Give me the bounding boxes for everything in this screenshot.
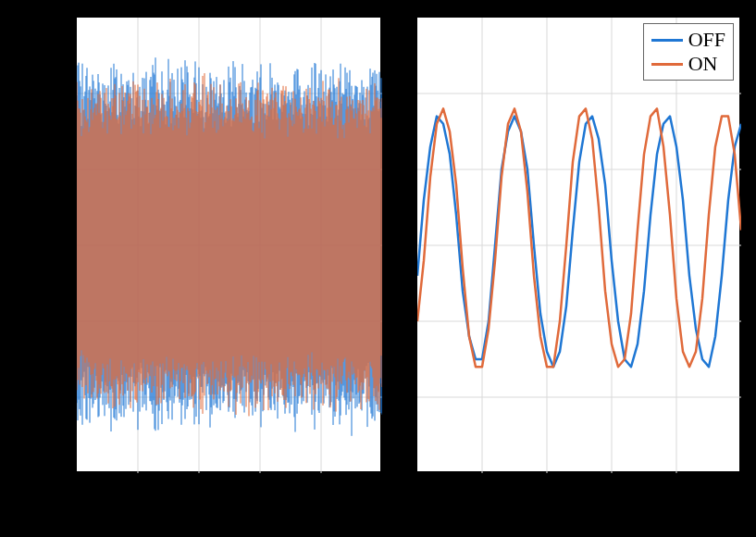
legend-swatch-off	[651, 39, 683, 42]
chart-left	[76, 17, 381, 472]
legend: OFF ON	[643, 23, 734, 81]
ytick: -0.03	[28, 461, 72, 482]
xtick: 4.1	[725, 476, 749, 497]
ytick: 0.03	[28, 8, 72, 30]
ytick: 0	[28, 234, 72, 256]
xtick: 5	[132, 476, 142, 497]
legend-item-on: ON	[651, 52, 725, 76]
xtick: 4.04	[529, 476, 562, 497]
legend-swatch-on	[651, 63, 683, 66]
xtick: 10	[189, 476, 207, 497]
chart-left-svg	[77, 18, 382, 473]
ytick: -0.01	[28, 310, 72, 331]
series-group	[77, 57, 382, 436]
legend-label: ON	[688, 52, 718, 76]
xtick: 20	[311, 476, 329, 497]
xtick: 15	[250, 476, 268, 497]
series-group	[417, 108, 741, 367]
ytick: 0.01	[28, 159, 72, 181]
xtick: 0	[71, 476, 81, 497]
xtick: 4.08	[659, 476, 691, 497]
figure: x3 [mm] -0.03 -0.02 -0.01 0 0.01 0.02 0.…	[0, 0, 756, 537]
chart-right: OFF ON	[416, 17, 740, 472]
x-axis-label-right: Time [s]	[537, 500, 612, 525]
grid	[417, 18, 741, 473]
ytick: 0.02	[28, 83, 72, 105]
xtick: 4.02	[465, 476, 497, 497]
legend-item-off: OFF	[651, 28, 725, 52]
chart-right-svg	[417, 18, 741, 473]
ytick: -0.02	[28, 385, 72, 406]
xtick: 4	[411, 476, 420, 497]
x-axis-label-left: Time [s]	[190, 500, 265, 525]
legend-label: OFF	[688, 28, 725, 52]
xtick: 4.06	[594, 476, 626, 497]
